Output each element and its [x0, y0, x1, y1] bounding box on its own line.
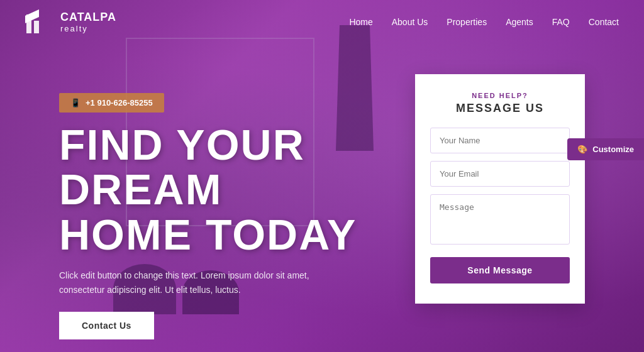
svg-rect-1 — [34, 21, 39, 33]
card-subtitle: NEED HELP? — [430, 92, 570, 99]
phone-number: +1 910-626-85255 — [86, 98, 153, 107]
nav-properties[interactable]: Properties — [447, 17, 487, 27]
nav-contact[interactable]: Contact — [589, 17, 619, 27]
nav-faq[interactable]: FAQ — [552, 17, 570, 27]
name-input[interactable] — [430, 128, 570, 153]
logo-text: CATALPA realty — [60, 11, 116, 33]
customize-icon: 🎨 — [577, 145, 587, 154]
logo: CATALPA realty — [25, 8, 116, 36]
hero-title: FIND YOUR DREAM HOME TODAY — [59, 123, 399, 257]
hero-description: Click edit button to change this text. L… — [59, 268, 323, 297]
email-input[interactable] — [430, 161, 570, 187]
navbar: CATALPA realty Home About Us Properties … — [0, 0, 644, 44]
hero-title-line1: FIND YOUR DREAM — [59, 121, 305, 213]
nav-agents[interactable]: Agents — [506, 17, 533, 27]
brand-sub: realty — [60, 24, 116, 33]
customize-tab[interactable]: 🎨 Customize — [567, 138, 644, 160]
contact-us-button[interactable]: Contact Us — [59, 312, 154, 339]
message-card: NEED HELP? MESSAGE US Send Message — [415, 74, 585, 304]
nav-about[interactable]: About Us — [392, 17, 428, 27]
logo-icon — [25, 8, 53, 36]
message-input[interactable] — [430, 194, 570, 245]
send-message-button[interactable]: Send Message — [430, 257, 570, 283]
nav-home[interactable]: Home — [349, 17, 372, 27]
nav-links: Home About Us Properties Agents FAQ Cont… — [349, 17, 619, 27]
phone-badge[interactable]: 📱 +1 910-626-85255 — [59, 93, 164, 113]
card-title: MESSAGE US — [430, 102, 570, 115]
customize-label: Customize — [592, 145, 634, 154]
hero-title-line2: HOME TODAY — [59, 211, 357, 258]
brand-name: CATALPA — [60, 11, 116, 24]
hero-section: FIND YOUR DREAM HOME TODAY Click edit bu… — [59, 123, 399, 339]
phone-icon: 📱 — [70, 98, 80, 107]
